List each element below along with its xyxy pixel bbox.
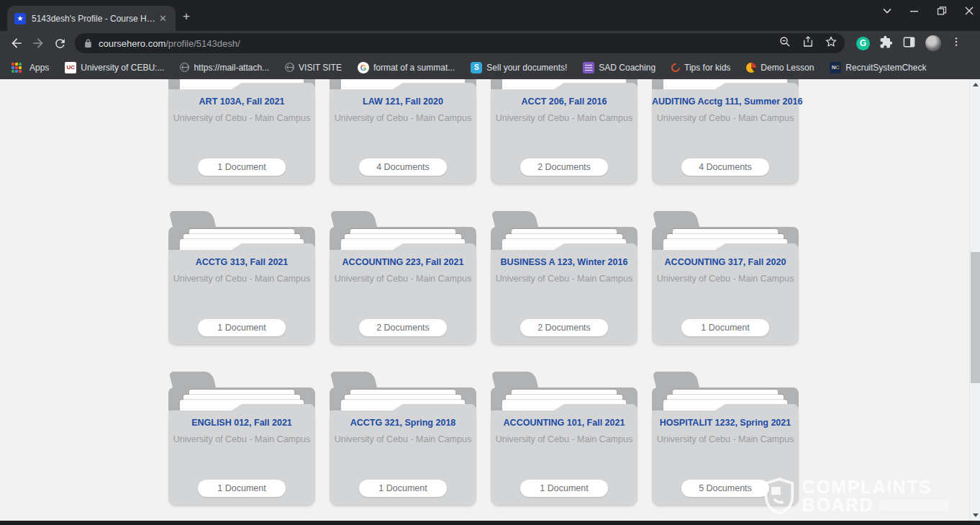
document-count-badge[interactable]: 2 Documents	[520, 319, 608, 336]
close-window-button[interactable]	[964, 6, 974, 16]
course-folder-card[interactable]: ACCOUNTING 317, Fall 2020 University of …	[652, 211, 799, 344]
course-school: University of Cebu - Main Campus	[168, 434, 315, 444]
document-count-badge[interactable]: 2 Documents	[359, 319, 447, 336]
bookmark-label: Sell your documents!	[486, 63, 567, 73]
bookmark-label: Demo Lesson	[761, 63, 814, 73]
restore-button[interactable]	[937, 6, 947, 16]
tab-search-chevron-icon[interactable]	[882, 6, 892, 16]
bookmark-item[interactable]: SAD Coaching	[576, 60, 662, 76]
course-folder-card[interactable]: ACCTG 313, Fall 2021 University of Cebu …	[168, 211, 315, 344]
watermark-line1: COMPLAINTS	[802, 478, 948, 496]
course-school: University of Cebu - Main Campus	[491, 274, 638, 284]
scrollbar-down-arrow[interactable]	[970, 510, 980, 521]
url-text: coursehero.com/profile/5143desh/	[99, 38, 779, 49]
course-folder-card[interactable]: ACCT 206, Fall 2016 University of Cebu -…	[491, 79, 638, 184]
window-bottom-edge	[0, 521, 980, 525]
bookmark-item[interactable]: G format of a summat...	[351, 60, 461, 76]
course-school: University of Cebu - Main Campus	[168, 113, 315, 123]
course-title[interactable]: ACCTG 313, Fall 2021	[168, 257, 315, 267]
course-folder-card[interactable]: ACCTG 321, Spring 2018 University of Ceb…	[330, 372, 476, 505]
document-count-badge[interactable]: 1 Document	[359, 480, 447, 497]
course-title[interactable]: ACCTG 321, Spring 2018	[330, 418, 476, 428]
bookmark-star-icon[interactable]	[825, 35, 838, 51]
bookmark-label: Apps	[30, 63, 49, 73]
share-icon[interactable]	[802, 35, 815, 51]
tab-close-icon[interactable]: ✕	[156, 12, 170, 25]
bookmark-label: format of a summat...	[373, 63, 455, 73]
course-title[interactable]: ART 103A, Fall 2021	[168, 97, 315, 107]
complaintsboard-watermark: COMPLAINTS BOARD	[763, 477, 948, 515]
bookmark-item[interactable]: https://mail-attach...	[173, 60, 276, 75]
url-path: /profile/5143desh/	[165, 38, 240, 49]
course-title[interactable]: ACCOUNTING 317, Fall 2020	[652, 257, 799, 267]
course-title[interactable]: ENGLISH 012, Fall 2021	[168, 418, 315, 428]
course-title[interactable]: AUDITING Acctg 111, Summer 2016	[652, 97, 799, 107]
grammarly-extension-icon[interactable]: G	[856, 37, 870, 50]
document-count-badge[interactable]: 4 Documents	[359, 158, 447, 176]
bookmark-item[interactable]: Tips for kids	[665, 60, 737, 75]
uc-favicon-icon: UC	[65, 62, 76, 73]
bookmark-label: University of CEBU:...	[81, 63, 164, 73]
bookmark-label: SAD Coaching	[599, 63, 655, 73]
extensions-puzzle-icon[interactable]	[879, 35, 893, 52]
course-folder-card[interactable]: LAW 121, Fall 2020 University of Cebu - …	[330, 79, 476, 184]
course-folder-card[interactable]: BUSINESS A 123, Winter 2016 University o…	[491, 211, 638, 344]
bookmarks-bar: Apps UC University of CEBU:... https://m…	[0, 55, 980, 79]
bookmark-item[interactable]: NC RecruitSystemCheck	[823, 60, 933, 76]
browser-menu-kebab-icon[interactable]	[950, 35, 962, 51]
document-count-badge[interactable]: 1 Document	[198, 319, 286, 336]
course-school: University of Cebu - Main Campus	[491, 113, 638, 123]
course-folder-grid: ART 103A, Fall 2021 University of Cebu -…	[168, 79, 799, 505]
document-count-badge[interactable]: 1 Document	[198, 158, 286, 176]
globe-favicon-icon	[180, 63, 189, 72]
apps-grid-favicon-icon	[14, 62, 25, 73]
back-button[interactable]	[6, 33, 27, 53]
course-folder-card[interactable]: ACCOUNTING 223, Fall 2021 University of …	[330, 211, 476, 344]
course-title[interactable]: ACCT 206, Fall 2016	[491, 97, 638, 107]
bookmark-item[interactable]: VISIT SITE	[278, 60, 348, 75]
course-title[interactable]: HOSPITALIT 1232, Spring 2021	[652, 418, 799, 428]
bookmark-item[interactable]: S Sell your documents!	[464, 60, 573, 76]
zoom-indicator-icon[interactable]	[779, 35, 791, 51]
forward-button[interactable]	[27, 33, 49, 53]
document-count-badge[interactable]: 2 Documents	[520, 158, 608, 176]
profile-avatar[interactable]	[925, 35, 941, 51]
document-count-badge[interactable]: 5 Documents	[681, 480, 769, 497]
browser-tab[interactable]: ★ 5143desh's Profile - Course Hero ✕	[7, 6, 176, 31]
course-folder-card[interactable]: ACCOUNTING 101, Fall 2021 University of …	[491, 372, 638, 505]
watermark-line2: BOARD	[802, 496, 874, 514]
course-title[interactable]: ACCOUNTING 223, Fall 2021	[330, 257, 476, 267]
bookmark-item[interactable]: Demo Lesson	[740, 60, 820, 75]
course-folder-card[interactable]: ART 103A, Fall 2021 University of Cebu -…	[168, 79, 315, 184]
document-count-badge[interactable]: 1 Document	[520, 480, 608, 497]
nc-badge-favicon-icon: NC	[830, 62, 841, 73]
course-title[interactable]: LAW 121, Fall 2020	[330, 97, 476, 107]
page-content: ART 103A, Fall 2021 University of Cebu -…	[0, 79, 980, 521]
course-folder-card[interactable]: ENGLISH 012, Fall 2021 University of Ceb…	[168, 372, 315, 505]
globe-favicon-icon	[285, 63, 294, 72]
list-purple-favicon-icon	[583, 62, 594, 73]
address-bar[interactable]: coursehero.com/profile/5143desh/	[75, 33, 845, 53]
reload-button[interactable]	[49, 33, 71, 53]
ball-orange-favicon-icon	[746, 63, 756, 73]
course-title[interactable]: BUSINESS A 123, Winter 2016	[491, 257, 638, 267]
course-title[interactable]: ACCOUNTING 101, Fall 2021	[491, 418, 638, 428]
bookmark-item[interactable]: Apps	[7, 60, 55, 76]
vertical-scrollbar[interactable]	[969, 79, 980, 521]
ring-red-favicon-icon	[670, 61, 682, 73]
course-school: University of Cebu - Main Campus	[652, 113, 799, 123]
course-hero-favicon-star-icon: ★	[14, 13, 26, 24]
document-count-badge[interactable]: 4 Documents	[681, 158, 769, 176]
browser-toolbar: coursehero.com/profile/5143desh/ G	[0, 31, 980, 55]
side-panel-icon[interactable]	[902, 35, 916, 52]
minimize-button[interactable]	[909, 6, 920, 16]
tab-title: 5143desh's Profile - Course Hero	[32, 14, 156, 24]
bookmark-item[interactable]: UC University of CEBU:...	[58, 60, 171, 76]
document-count-badge[interactable]: 1 Document	[681, 319, 769, 336]
course-school: University of Cebu - Main Campus	[652, 274, 799, 284]
scrollbar-up-arrow[interactable]	[970, 79, 980, 90]
document-count-badge[interactable]: 1 Document	[198, 480, 286, 497]
course-folder-card[interactable]: AUDITING Acctg 111, Summer 2016 Universi…	[652, 79, 799, 184]
new-tab-button[interactable]: +	[176, 6, 197, 27]
scrollbar-thumb[interactable]	[971, 252, 980, 383]
